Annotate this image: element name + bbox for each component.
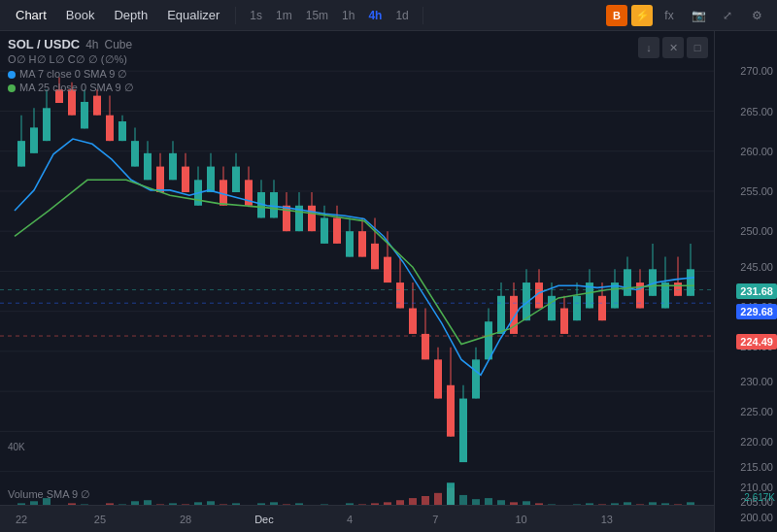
svg-rect-84 [472,359,480,398]
svg-rect-22 [81,102,88,128]
tf-1d[interactable]: 1d [389,6,414,25]
svg-rect-72 [396,283,404,308]
ma7-line: MA 7 close 0 SMA 9 ∅ [8,68,134,81]
svg-rect-108 [624,269,631,295]
symbol-line: SOL / USDC 4h Cube [8,37,134,51]
svg-rect-26 [106,116,114,141]
price-270: 270.00 [740,65,773,77]
top-nav: Chart Book Depth Equalizer 1s 1m 15m 1h … [0,0,777,31]
tf-1h[interactable]: 1h [336,6,360,25]
price-255: 255.00 [740,185,773,197]
main-chart: SOL / USDC 4h Cube O∅ H∅ L∅ C∅ ∅ (∅%) MA… [0,31,714,532]
price-230: 230.00 [740,376,773,387]
price-200: 200.00 [740,512,773,523]
svg-rect-42 [207,167,215,192]
svg-rect-78 [434,359,442,398]
svg-rect-76 [422,334,429,359]
ma7-label: MA 7 close 0 SMA 9 ∅ [19,68,128,81]
svg-rect-68 [371,244,379,269]
price-250: 250.00 [740,225,773,237]
nav-equalizer[interactable]: Equalizer [159,4,227,26]
svg-rect-96 [548,296,556,320]
svg-rect-62 [333,217,341,243]
price-highlight-ma: 229.68 [736,304,777,319]
svg-rect-38 [182,167,189,192]
svg-rect-70 [384,257,391,283]
svg-rect-28 [118,121,126,141]
chart-svg [0,31,714,532]
price-225: 225.00 [740,406,773,417]
svg-rect-30 [131,141,139,166]
price-215: 215.00 [740,461,773,473]
svg-rect-64 [346,231,354,256]
price-axis: 270.00 265.00 260.00 255.00 250.00 245.0… [714,31,777,532]
time-label-7: 7 [432,514,438,525]
svg-rect-86 [485,321,492,359]
svg-rect-24 [93,96,101,116]
price-265: 265.00 [740,106,773,117]
time-label-25: 25 [94,514,106,525]
tf-1m[interactable]: 1m [270,6,298,25]
ma7-dot [8,71,16,79]
ma25-line-svg [15,180,694,344]
download-button[interactable]: ↓ [638,37,659,58]
svg-rect-34 [156,167,164,192]
time-label-28: 28 [180,514,191,525]
ma25-line: MA 25 close 0 SMA 9 ∅ [8,82,134,94]
chart-container: SOL / USDC 4h Cube O∅ H∅ L∅ C∅ ∅ (∅%) MA… [0,31,777,532]
svg-rect-66 [358,231,366,256]
svg-rect-74 [409,308,417,333]
camera-button[interactable]: 📷 [686,3,711,28]
tf-4h[interactable]: 4h [362,6,388,25]
svg-rect-16 [43,108,51,141]
svg-rect-118 [687,269,694,295]
svg-rect-12 [17,141,25,166]
nav-divider-1 [235,7,236,24]
volume-max-label: 40K [8,442,25,452]
expand-button[interactable]: □ [687,37,708,58]
volume-value: 2.617K [744,492,775,503]
svg-rect-52 [270,192,278,217]
exchange-label: Cube [105,38,133,51]
ma25-dot [8,84,16,92]
svg-rect-100 [573,296,581,320]
formula-button[interactable]: fx [657,3,682,28]
fullscreen-button[interactable]: ⤢ [715,3,740,28]
ma25-label: MA 25 close 0 SMA 9 ∅ [19,82,134,94]
svg-rect-14 [30,127,38,152]
time-label-dec: Dec [254,514,274,525]
svg-rect-116 [674,283,682,296]
time-label-22: 22 [16,514,27,525]
price-highlight-current: 231.68 [736,283,777,299]
svg-rect-104 [598,296,606,320]
price-245: 245.00 [740,261,773,273]
time-label-4: 4 [347,514,353,525]
settings-button[interactable]: ⚙ [744,3,769,28]
time-axis: 22 25 28 Dec 4 7 10 13 [0,505,714,532]
candles-group [17,78,694,463]
time-label-13: 13 [601,514,613,525]
timeframe-group: 1s 1m 15m 1h 4h 1d [244,6,414,25]
nav-chart[interactable]: Chart [8,4,54,26]
svg-rect-98 [560,308,568,333]
tf-15m[interactable]: 15m [300,6,334,25]
ohlc-line: O∅ H∅ L∅ C∅ ∅ (∅%) [8,53,134,66]
nav-depth[interactable]: Depth [106,4,155,26]
nav-book[interactable]: Book [58,4,103,26]
price-220: 220.00 [740,436,773,448]
close-button[interactable]: ✕ [662,37,684,58]
chart-overlay-buttons: ↓ ✕ □ [638,37,708,58]
price-260: 260.00 [740,146,773,157]
alert-icon[interactable]: B [606,5,627,26]
price-highlight-low: 224.49 [736,334,777,349]
svg-rect-60 [321,217,328,243]
time-label-10: 10 [515,514,526,525]
tf-1s[interactable]: 1s [244,6,268,25]
svg-rect-80 [447,385,455,437]
svg-rect-32 [144,153,152,180]
svg-rect-58 [308,206,316,231]
timeframe-label: 4h [85,38,98,51]
symbol: SOL / USDC [8,37,80,51]
nav-divider-2 [422,7,423,24]
lightning-icon[interactable]: ⚡ [631,5,653,26]
